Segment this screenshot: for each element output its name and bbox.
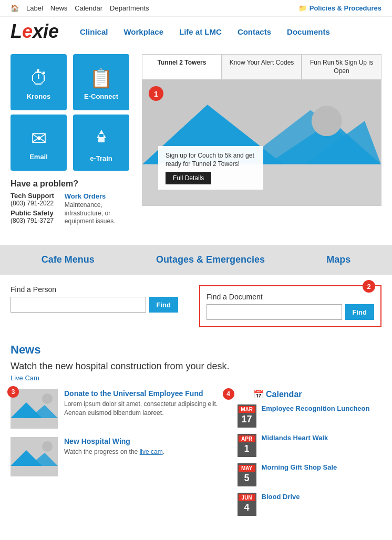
main-header: Lexie Clinical Workplace Life at LMC Con… xyxy=(0,17,392,46)
top-nav-departments[interactable]: Departments xyxy=(110,4,149,12)
news-section: News Watch the new hospital construction… xyxy=(0,338,392,527)
calendar-icon: 📅 xyxy=(253,390,264,399)
etrain-icon xyxy=(91,127,111,151)
top-nav-left: 🏠 Label News Calendar Departments xyxy=(11,4,149,12)
tile-econnect[interactable]: 📋 E-Connect xyxy=(73,54,129,110)
nav-contacts[interactable]: Contacts xyxy=(238,27,271,36)
cal-event-title-3[interactable]: Blood Drive xyxy=(262,493,300,502)
problem-section: Have a problem? Tech Support (803) 791-2… xyxy=(11,179,131,226)
calendar-title: 4 📅 Calendar xyxy=(238,389,381,399)
slide-badge: 1 xyxy=(149,86,163,101)
top-nav-label[interactable]: Label xyxy=(26,4,43,12)
quick-links-bar: Cafe Menus Outages & Emergencies Maps xyxy=(0,245,392,275)
public-safety: Public Safety (803) 791-3727 xyxy=(11,209,54,224)
slide-tabs: Tunnel 2 Towers Know Your Alert Codes Fu… xyxy=(142,54,381,80)
cal-month-3: JUN xyxy=(239,494,255,501)
public-safety-phone: (803) 791-3727 xyxy=(11,217,54,224)
find-document-button[interactable]: Find xyxy=(345,304,374,320)
cal-event-title-1[interactable]: Midlands Heart Walk xyxy=(262,434,328,443)
cal-day-3: 4 xyxy=(239,501,255,514)
cal-date-3: JUN 4 xyxy=(238,493,256,516)
news-title: News xyxy=(11,343,381,357)
logo-text: Lexie xyxy=(11,20,59,42)
policies-link[interactable]: 📁 Policies & Procedures xyxy=(298,4,381,12)
svg-rect-19 xyxy=(11,466,58,476)
article-title-0[interactable]: Donate to the Universal Employee Fund xyxy=(64,389,227,398)
nav-workplace[interactable]: Workplace xyxy=(123,27,163,36)
slide-caption: Sign up for Couch to 5k and get ready fo… xyxy=(158,146,263,190)
cafe-menus-link[interactable]: Cafe Menus xyxy=(42,254,95,265)
tile-email[interactable]: ✉ Email xyxy=(11,115,67,171)
folder-icon: 📁 xyxy=(298,4,307,12)
live-cam-inline-link[interactable]: live cam xyxy=(140,448,163,455)
econnect-icon: 📋 xyxy=(89,67,113,89)
nav-life-at-lmc[interactable]: Life at LMC xyxy=(179,27,222,36)
slide-tab-0[interactable]: Tunnel 2 Towers xyxy=(142,54,222,79)
tile-etrain[interactable]: e-Train xyxy=(73,115,129,171)
find-person-button[interactable]: Find xyxy=(149,297,178,313)
slide-tab-1[interactable]: Know Your Alert Codes xyxy=(222,54,302,79)
cal-event-1: APR 1 Midlands Heart Walk xyxy=(238,434,381,457)
kronos-icon: ⏱ xyxy=(29,67,48,89)
logo: Lexie xyxy=(11,22,59,41)
public-safety-label: Public Safety xyxy=(11,209,54,217)
svg-rect-1 xyxy=(99,134,104,137)
support-right: Work Orders Maintenance, infrastructure,… xyxy=(65,192,128,226)
cal-date-0: MAR 17 xyxy=(238,404,256,428)
cal-day-0: 17 xyxy=(239,413,255,426)
support-left: Tech Support (803) 791-2022 Public Safet… xyxy=(11,192,54,226)
cal-event-title-0[interactable]: Employee Recognition Luncheon xyxy=(262,404,370,413)
article-badge-0: 3 xyxy=(7,386,19,398)
svg-point-9 xyxy=(312,106,342,137)
find-person-row: Find xyxy=(11,297,178,313)
cal-event-2: MAY 5 Morning Gift Shop Sale xyxy=(238,463,381,486)
tile-email-label: Email xyxy=(29,153,48,161)
find-document-row: Find xyxy=(207,304,374,320)
article-body-1: New Hospital Wing Watch the progress on … xyxy=(64,437,164,456)
tile-kronos[interactable]: ⏱ Kronos xyxy=(11,54,67,110)
cal-date-1: APR 1 xyxy=(238,434,256,457)
problem-heading: Have a problem? xyxy=(11,179,131,189)
cal-event-title-2[interactable]: Morning Gift Shop Sale xyxy=(262,463,337,472)
top-nav-news[interactable]: News xyxy=(50,4,68,12)
cal-day-2: 5 xyxy=(239,472,255,485)
article-image-1 xyxy=(11,437,58,476)
support-row: Tech Support (803) 791-2022 Public Safet… xyxy=(11,192,131,226)
nav-clinical[interactable]: Clinical xyxy=(80,27,108,36)
nav-documents[interactable]: Documents xyxy=(287,27,330,36)
cal-event-0: MAR 17 Employee Recognition Luncheon xyxy=(238,404,381,428)
find-person-input[interactable] xyxy=(11,297,146,313)
tiles-area: ⏱ Kronos 📋 E-Connect ✉ Email xyxy=(11,54,131,226)
svg-point-13 xyxy=(42,393,53,404)
top-section: ⏱ Kronos 📋 E-Connect ✉ Email xyxy=(11,54,381,226)
find-document-label: Find a Document xyxy=(207,293,374,301)
cal-date-2: MAY 5 xyxy=(238,463,256,486)
find-document-badge: 2 xyxy=(363,280,375,293)
calendar-badge: 4 xyxy=(223,388,234,400)
tile-etrain-label: e-Train xyxy=(90,154,112,162)
live-cam-link[interactable]: Live Cam xyxy=(11,374,381,382)
news-article-0: 3 Donate to the Universal Employee Fund xyxy=(11,389,227,429)
slide-tab-2[interactable]: Fun Run 5k Sign Up is Open xyxy=(302,54,381,79)
article-title-1[interactable]: New Hospital Wing xyxy=(64,437,164,445)
tech-support-label: Tech Support xyxy=(11,192,54,200)
calendar-title-text: Calendar xyxy=(266,390,302,399)
article-desc-0: Lorem ipsum dolor sit amet, consectetur … xyxy=(64,400,227,418)
tech-support: Tech Support (803) 791-2022 xyxy=(11,192,54,207)
main-nav: Clinical Workplace Life at LMC Contacts … xyxy=(80,27,330,36)
tech-support-phone: (803) 791-2022 xyxy=(11,200,54,207)
email-icon: ✉ xyxy=(31,128,47,150)
slide-full-details-button[interactable]: Full Details xyxy=(166,172,211,184)
news-article-1: New Hospital Wing Watch the progress on … xyxy=(11,437,227,476)
svg-rect-0 xyxy=(98,138,105,142)
tile-kronos-label: Kronos xyxy=(27,92,51,100)
tile-econnect-label: E-Connect xyxy=(84,92,118,100)
top-nav-right: 📁 Policies & Procedures xyxy=(298,4,381,12)
top-nav: 🏠 Label News Calendar Departments 📁 Poli… xyxy=(0,0,392,17)
news-layout: 3 Donate to the Universal Employee Fund xyxy=(11,389,381,522)
work-orders-link[interactable]: Work Orders xyxy=(65,192,106,200)
maps-link[interactable]: Maps xyxy=(326,254,350,265)
find-document-input[interactable] xyxy=(207,304,342,320)
top-nav-calendar[interactable]: Calendar xyxy=(75,4,102,12)
outages-link[interactable]: Outages & Emergencies xyxy=(156,254,265,265)
